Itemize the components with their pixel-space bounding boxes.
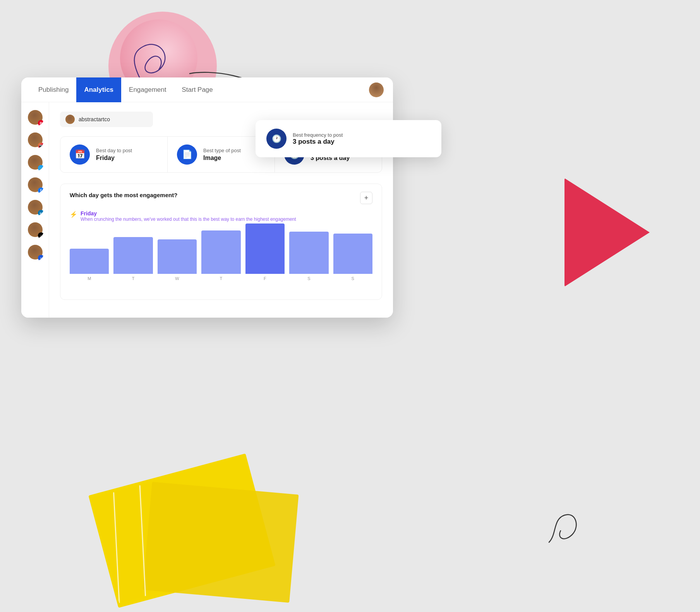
sidebar: P 📷 🐦 f in ♪ [21,102,49,318]
nav-publishing[interactable]: Publishing [31,77,76,102]
nav-engagement[interactable]: Engagement [121,77,174,102]
bar-t [201,230,240,274]
chart-header: Which day gets the most engagement? + [70,192,372,204]
nav-bar: Publishing Analytics Engagement Start Pa… [21,77,393,102]
chart-section: Which day gets the most engagement? + ⚡ … [60,184,382,300]
sidebar-item-twitter[interactable]: 🐦 [26,153,44,171]
highlight-desc: When crunching the numbers, we've worked… [81,217,296,222]
bar-w [158,239,197,274]
sidebar-item-instagram[interactable]: 📷 [26,131,44,149]
best-type-icon: 📄 [177,144,197,165]
user-avatar[interactable] [369,83,384,97]
linkedin-badge: in [38,210,44,216]
nav-analytics[interactable]: Analytics [76,77,121,102]
bar-group-t: T [113,237,153,281]
deco-squiggle-bottom [541,504,588,550]
bar-s [333,234,372,274]
popup-freq-icon: 🕐 [266,129,287,149]
bar-label-m: M [88,276,91,281]
pinterest-badge: P [38,120,44,126]
chart-title: Which day gets the most engagement? [70,192,177,198]
bar-label-w: W [175,276,179,281]
popup-value: 3 posts a day [293,138,343,146]
buffer-badge: ≡ [38,255,44,261]
app-window: Publishing Analytics Engagement Start Pa… [21,77,393,318]
chart-add-button[interactable]: + [360,192,372,204]
best-type-value: Image [203,155,241,162]
bar-label-f: F [264,276,266,281]
sidebar-item-pinterest[interactable]: P [26,108,44,126]
twitter-badge: 🐦 [38,165,44,171]
bar-s [289,232,328,274]
bar-t [113,237,153,274]
bar-group-m: M [70,249,109,281]
highlight-day: Friday [81,210,296,217]
popup-card: 🕐 Best frequency to post 3 posts a day [256,120,441,157]
best-type-label: Best type of post [203,148,241,153]
bar-group-s: S [289,232,328,281]
facebook-badge: f [38,187,44,194]
insight-best-day: 📅 Best day to post Friday [60,137,168,172]
account-selector[interactable]: abstractartco [60,112,153,127]
bar-group-s: S [333,234,372,281]
bar-group-f: F [245,223,285,281]
best-day-value: Friday [96,155,132,162]
account-avatar [65,115,75,124]
bar-label-s: S [352,276,354,281]
bar-group-w: W [158,239,197,281]
best-day-label: Best day to post [96,148,132,153]
sidebar-item-linkedin[interactable]: in [26,198,44,216]
chart-highlight: ⚡ Friday When crunching the numbers, we'… [70,210,372,222]
deco-red-triangle [564,178,650,287]
sidebar-item-facebook[interactable]: f [26,176,44,194]
bar-group-t: T [201,230,240,281]
instagram-badge: 📷 [38,143,44,149]
bar-label-s: S [307,276,310,281]
bar-label-t: T [132,276,135,281]
best-day-icon: 📅 [70,144,90,165]
bar-label-t: T [220,276,223,281]
sidebar-item-tiktok[interactable]: ♪ [26,221,44,239]
lightning-icon: ⚡ [70,211,77,218]
bar-m [70,249,109,274]
popup-label: Best frequency to post [293,132,343,138]
nav-start-page[interactable]: Start Page [174,77,220,102]
account-name: abstractartco [79,116,110,122]
sidebar-item-buffer[interactable]: ≡ [26,243,44,261]
deco-yellow-shape-2 [143,482,299,603]
bar-chart: MTWTFSS [70,230,372,292]
bar-f [245,223,285,274]
tiktok-badge: ♪ [38,232,44,239]
